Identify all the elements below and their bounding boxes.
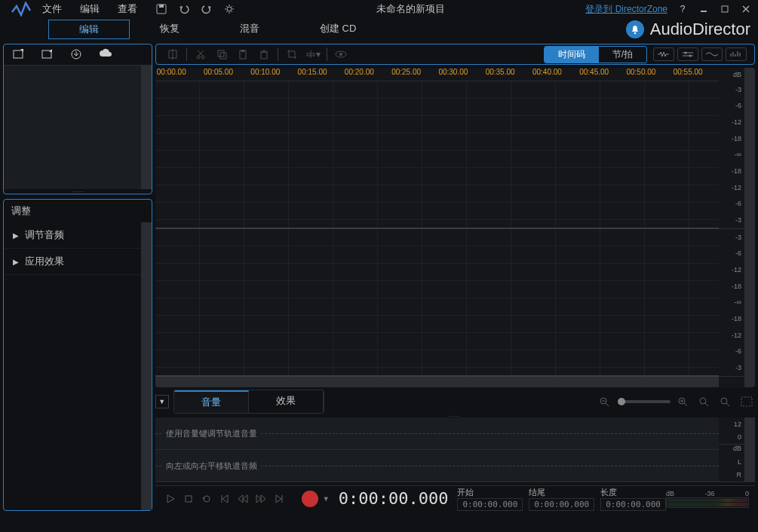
menu-view[interactable]: 查看 xyxy=(118,2,137,16)
play-icon[interactable] xyxy=(161,491,180,506)
copy-icon[interactable] xyxy=(211,47,232,62)
waveform-h-scrollbar[interactable] xyxy=(155,377,719,387)
stop-icon[interactable] xyxy=(180,491,198,506)
svg-rect-10 xyxy=(14,50,23,58)
maximize-icon[interactable] xyxy=(719,3,731,15)
wave-view-2-icon[interactable] xyxy=(677,47,698,61)
adjust-item-label: 调节音频 xyxy=(25,228,64,242)
download-icon[interactable] xyxy=(70,48,84,62)
mode-tab-restore[interactable]: 恢复 xyxy=(130,20,210,39)
mode-tab-edit[interactable]: 编辑 xyxy=(48,20,130,39)
media-list[interactable] xyxy=(4,66,141,189)
pan-track[interactable]: 向左或向右平移轨道音频 xyxy=(155,450,719,482)
record-button[interactable] xyxy=(302,491,318,507)
wave-view-1-icon[interactable] xyxy=(653,47,674,61)
wave-view-4-icon[interactable] xyxy=(726,47,747,61)
svg-point-4 xyxy=(227,7,232,11)
zoom-fit-icon[interactable] xyxy=(738,395,755,408)
svg-rect-52 xyxy=(186,496,192,502)
normalize-icon[interactable]: ▾ xyxy=(302,47,324,62)
length-value[interactable]: 0:00:00.000 xyxy=(600,498,666,511)
waveform-channel-left[interactable] xyxy=(155,81,719,229)
settings-icon[interactable] xyxy=(223,3,235,15)
media-scrollbar[interactable] xyxy=(141,66,152,189)
undo-icon[interactable] xyxy=(178,3,190,15)
time-display-toggle: 时间码 节/拍 xyxy=(544,46,647,63)
zoom-in-h-icon[interactable] xyxy=(675,395,692,408)
timeline-ruler[interactable]: 00:00.00 00:05.00 00:10.00 00:15.00 00:2… xyxy=(155,68,719,81)
beat-button[interactable]: 节/拍 xyxy=(599,47,646,63)
svg-point-29 xyxy=(339,53,342,56)
forward-icon[interactable] xyxy=(252,491,270,506)
ruler-tick: 00:55.00 xyxy=(672,68,719,81)
zoom-slider[interactable] xyxy=(618,400,671,403)
zoom-out-h-icon[interactable] xyxy=(597,395,613,408)
minimize-icon[interactable] xyxy=(698,3,710,15)
redo-icon[interactable] xyxy=(201,3,213,15)
transport-bar: ▼ 0:00:00.000 开始 0:00:00.000 结尾 0:00:00.… xyxy=(155,485,755,511)
cut-icon[interactable] xyxy=(190,47,211,62)
svg-rect-22 xyxy=(241,50,244,52)
ruler-tick: 00:20.00 xyxy=(343,68,390,81)
close-icon[interactable] xyxy=(740,3,752,15)
length-label: 长度 xyxy=(600,487,666,498)
paste-icon[interactable] xyxy=(232,47,253,62)
chevron-right-icon: ▶ xyxy=(13,231,19,240)
mode-tab-cd[interactable]: 创建 CD xyxy=(290,20,386,39)
edit-toolbar: ▾ 时间码 节/拍 xyxy=(155,44,755,65)
loop-icon[interactable] xyxy=(198,491,216,506)
svg-marker-59 xyxy=(261,495,265,503)
timecode-button[interactable]: 时间码 xyxy=(545,47,599,63)
prev-icon[interactable] xyxy=(216,491,234,506)
position-display[interactable]: 0:00:00.000 xyxy=(339,489,449,508)
svg-point-33 xyxy=(689,55,692,57)
select-icon[interactable] xyxy=(162,47,183,62)
ruler-tick: 00:30.00 xyxy=(437,68,483,81)
svg-marker-51 xyxy=(167,495,174,503)
wave-view-3-icon[interactable] xyxy=(701,47,723,61)
brand-bell-icon[interactable] xyxy=(626,20,644,38)
mode-tab-mix[interactable]: 混音 xyxy=(210,20,290,39)
adjust-item-audio[interactable]: ▶ 调节音频 xyxy=(4,222,141,249)
zoom-in-v-icon[interactable] xyxy=(717,395,734,408)
import-icon[interactable] xyxy=(13,48,26,62)
cloud-icon[interactable] xyxy=(99,48,112,62)
track-dropdown-icon[interactable]: ▼ xyxy=(155,395,169,408)
waveform-v-scrollbar[interactable] xyxy=(744,68,755,387)
menu-file[interactable]: 文件 xyxy=(42,2,62,16)
rewind-icon[interactable] xyxy=(234,491,252,506)
save-icon[interactable] xyxy=(155,3,167,15)
svg-point-31 xyxy=(685,52,687,54)
chevron-right-icon: ▶ xyxy=(13,258,19,266)
volume-track[interactable]: 使用音量键调节轨道音量 xyxy=(155,417,719,450)
menu-edit[interactable]: 编辑 xyxy=(80,2,100,16)
start-value[interactable]: 0:00:00.000 xyxy=(457,498,523,511)
svg-point-9 xyxy=(634,32,636,35)
app-logo xyxy=(6,1,36,17)
start-label: 开始 xyxy=(457,487,523,498)
adjust-item-effect[interactable]: ▶ 应用效果 xyxy=(4,249,141,275)
svg-line-49 xyxy=(726,403,729,406)
svg-marker-60 xyxy=(276,495,281,503)
svg-line-17 xyxy=(198,50,204,56)
end-value[interactable]: 0:00:00.000 xyxy=(529,498,594,511)
export-icon[interactable] xyxy=(41,48,55,62)
adjust-panel: 调整 ▶ 调节音频 ▶ 应用效果 xyxy=(3,199,152,511)
track-tab-effect[interactable]: 效果 xyxy=(249,390,324,413)
next-icon[interactable] xyxy=(270,491,288,506)
preview-icon[interactable] xyxy=(330,47,351,62)
panel-gripper[interactable]: ⋯⋯ xyxy=(4,189,152,194)
tracks-v-scrollbar[interactable] xyxy=(744,417,755,482)
login-link[interactable]: 登录到 DirectorZone xyxy=(585,3,667,16)
help-icon[interactable]: ? xyxy=(677,3,689,15)
crop-icon[interactable] xyxy=(281,47,302,62)
adjust-scrollbar[interactable] xyxy=(141,222,152,510)
track-tab-volume[interactable]: 音量 xyxy=(174,390,249,413)
ruler-tick: 00:40.00 xyxy=(531,68,578,81)
waveform-channel-right[interactable] xyxy=(155,229,719,377)
svg-rect-23 xyxy=(261,52,267,59)
delete-icon[interactable] xyxy=(253,47,275,62)
record-dropdown-icon[interactable]: ▼ xyxy=(323,495,330,503)
brand-text: AudioDirector xyxy=(650,20,750,39)
zoom-out-v-icon[interactable] xyxy=(696,395,713,408)
